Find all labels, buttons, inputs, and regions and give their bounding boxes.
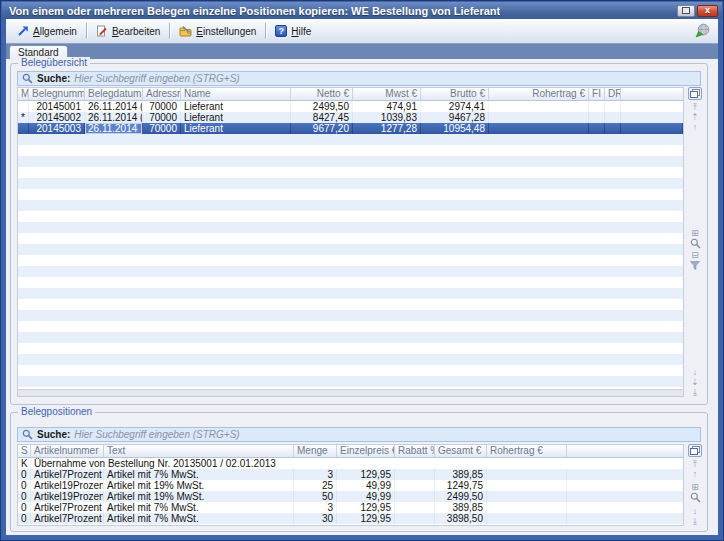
col-rabatt[interactable]: Rabatt % xyxy=(395,445,435,457)
cell-belegdatum: 26.11.2014 (Mi xyxy=(85,101,143,112)
cell-artikelnummer: Artikel7Prozent xyxy=(31,469,104,480)
col-artikelnummer[interactable]: Artikelnummer xyxy=(31,445,104,457)
page-down-button[interactable]: ⇣ xyxy=(691,377,699,387)
search-label: Suche: xyxy=(37,429,70,440)
belegpositionen-group: Belegpositionen Suche: Hier Suchbegriff … xyxy=(10,412,708,532)
einstellungen-button[interactable]: Einstellungen xyxy=(174,23,261,39)
grid-rows-button[interactable]: ⊟ xyxy=(691,250,699,260)
copy-grid-button[interactable] xyxy=(688,87,702,100)
row-up-button[interactable]: ↑ xyxy=(693,122,698,132)
grid-settings-button[interactable]: ⊞ xyxy=(691,228,699,238)
hilfe-button[interactable]: ? Hilfe xyxy=(270,23,316,39)
hilfe-label: Hilfe xyxy=(291,26,311,37)
page-up-button[interactable]: ⇡ xyxy=(691,112,699,122)
col-s[interactable]: S xyxy=(18,445,31,457)
cell-mwst: 1277,28 xyxy=(353,123,421,134)
positions-header-row: S Artikelnummer Text Menge Einzelpreis €… xyxy=(18,445,683,458)
col-rohertrag[interactable]: Rohertrag € xyxy=(489,88,589,100)
cell-m: * xyxy=(18,112,29,123)
col-gesamt[interactable]: Gesamt € xyxy=(435,445,487,457)
cell-s: 0 xyxy=(18,469,31,480)
cell-gesamt: 1249,75 xyxy=(435,480,487,491)
col-text[interactable]: Text xyxy=(104,445,294,457)
row-up-button[interactable]: ↑ xyxy=(693,469,698,479)
grid-search-button[interactable] xyxy=(690,492,701,504)
col-belegnummer[interactable]: Belegnumme xyxy=(29,88,85,100)
cell-adressnummer: 70000 xyxy=(143,112,181,123)
search-icon xyxy=(22,73,33,84)
app-window: Von einem oder mehreren Belegen einzelne… xyxy=(0,0,724,541)
overview-search-input[interactable]: Suche: Hier Suchbegriff eingeben (STRG+S… xyxy=(17,71,701,86)
cell-gesamt: 3898,50 xyxy=(435,513,487,524)
cell-gesamt: 2499,50 xyxy=(435,491,487,502)
row-down-button[interactable]: ↓ xyxy=(693,506,698,516)
tab-strip: Standard xyxy=(6,44,718,59)
transfer-button[interactable] xyxy=(694,22,712,40)
magnifier-icon xyxy=(690,238,701,249)
positions-row-1[interactable]: 0 Artikel7Prozent Artikel mit 7% MwSt. 3… xyxy=(18,469,683,480)
positions-grid: S Artikelnummer Text Menge Einzelpreis €… xyxy=(17,444,684,526)
col-netto[interactable]: Netto € xyxy=(291,88,353,100)
cell-fi xyxy=(589,123,605,134)
close-button[interactable]: x xyxy=(697,5,718,17)
positions-row-3[interactable]: 0 Artikel19Prozent Artikel mit 19% MwSt.… xyxy=(18,491,683,502)
cell-name: Lieferant xyxy=(181,123,291,134)
cell-text: Artikel mit 7% MwSt. xyxy=(104,502,294,513)
cell-rohertrag xyxy=(489,123,589,134)
cell-mwst: 1039,83 xyxy=(353,112,421,123)
col-dr[interactable]: DR xyxy=(605,88,621,100)
col-menge[interactable]: Menge xyxy=(294,445,337,457)
col-name[interactable]: Name xyxy=(181,88,291,100)
magnifier-icon xyxy=(690,492,701,503)
cell-mwst: 474,91 xyxy=(353,101,421,112)
cell-s: 0 xyxy=(18,502,31,513)
cell-belegdatum-focused: 26.11.2014 xyxy=(85,123,143,134)
col-einzelpreis[interactable]: Einzelpreis € xyxy=(337,445,395,457)
scroll-to-bottom-button[interactable]: ⤓ xyxy=(693,387,697,397)
col-rohertrag[interactable]: Rohertrag € xyxy=(487,445,567,457)
scroll-to-bottom-button[interactable]: ⤓ xyxy=(693,516,697,526)
scroll-to-top-button[interactable]: ⤒ xyxy=(693,102,697,112)
einstellungen-label: Einstellungen xyxy=(196,26,256,37)
bearbeiten-button[interactable]: Bearbeiten xyxy=(91,23,165,39)
col-fi[interactable]: FI xyxy=(589,88,605,100)
tools-icon xyxy=(179,25,192,37)
positions-row-4[interactable]: 0 Artikel7Prozent Artikel mit 7% MwSt. 3… xyxy=(18,502,683,513)
positions-row-2[interactable]: 0 Artikel19Prozent Artikel mit 19% MwSt.… xyxy=(18,480,683,491)
col-brutto[interactable]: Brutto € xyxy=(421,88,489,100)
cell-netto: 2499,50 xyxy=(291,101,353,112)
screenshot-stage: Von einem oder mehreren Belegen einzelne… xyxy=(0,0,724,541)
cell-rabatt xyxy=(395,480,435,491)
cell-brutto: 2974,41 xyxy=(421,101,489,112)
edit-document-icon xyxy=(96,25,108,37)
col-mwst[interactable]: Mwst € xyxy=(353,88,421,100)
belegpositionen-label: Belegpositionen xyxy=(18,406,95,418)
toolbar-separator xyxy=(86,23,87,39)
overview-row-1[interactable]: 20145001 26.11.2014 (Mi 70000 Lieferant … xyxy=(18,101,683,112)
col-adressnummer[interactable]: Adressnumm xyxy=(143,88,181,100)
overview-row-2[interactable]: * 20145002 26.11.2014 (Mi 70000 Lieferan… xyxy=(18,112,683,123)
grid-filter-button[interactable] xyxy=(690,260,700,272)
col-m[interactable]: M xyxy=(18,88,29,100)
positions-row-5[interactable]: 0 Artikel7Prozent Artikel mit 7% MwSt. 3… xyxy=(18,513,683,524)
main-toolbar: Allgemein Bearbeiten Einstellungen ? Hil xyxy=(6,19,718,44)
row-down-button[interactable]: ↓ xyxy=(693,367,698,377)
cell-m xyxy=(18,123,29,134)
belegübersicht-label: Belegübersicht xyxy=(18,57,90,69)
overview-row-3-selected[interactable]: 20145003 26.11.2014 70000 Lieferant 9677… xyxy=(18,123,683,134)
cell-uebernahme-text: Übernahme von Bestellung Nr. 20135001 / … xyxy=(31,458,683,469)
positions-row-k[interactable]: K Übernahme von Bestellung Nr. 20135001 … xyxy=(18,458,683,469)
positions-empty-rows xyxy=(18,524,683,525)
copy-grid-button[interactable] xyxy=(688,444,702,457)
col-belegdatum[interactable]: Belegdatum xyxy=(85,88,143,100)
grid-search-button[interactable] xyxy=(690,238,701,250)
scroll-to-top-button[interactable]: ⤒ xyxy=(693,459,697,469)
cell-menge: 30 xyxy=(294,513,337,524)
cell-text: Artikel mit 19% MwSt. xyxy=(104,491,294,502)
grid-settings-button[interactable]: ⊞ xyxy=(691,482,699,492)
positions-search-input[interactable]: Suche: Hier Suchbegriff eingeben (STRG+S… xyxy=(17,427,701,442)
cell-artikelnummer: Artikel19Prozent xyxy=(31,480,104,491)
restore-button[interactable] xyxy=(677,5,695,17)
allgemein-button[interactable]: Allgemein xyxy=(12,23,82,39)
overview-horizontal-scrollbar[interactable] xyxy=(18,389,683,396)
